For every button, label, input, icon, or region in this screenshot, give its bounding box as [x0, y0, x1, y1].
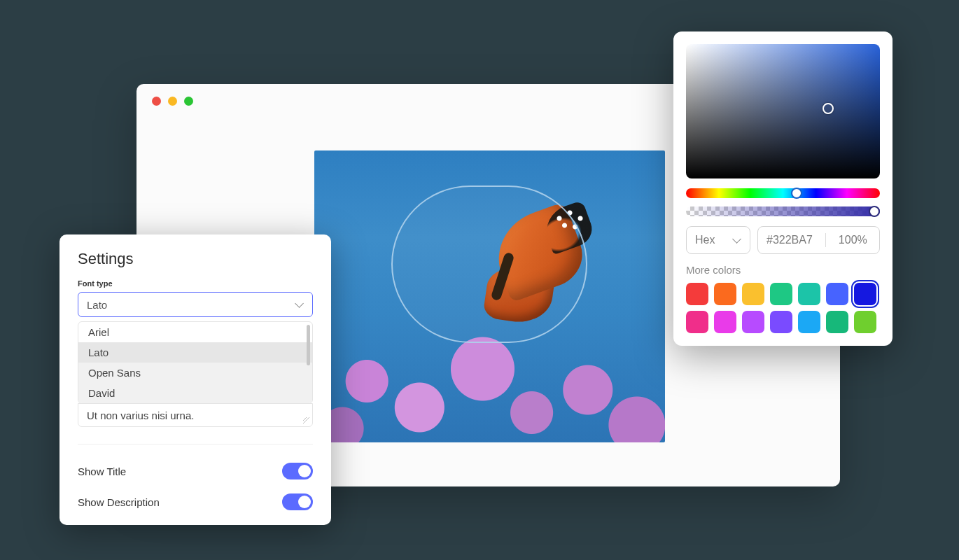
color-swatch[interactable] [826, 311, 848, 333]
toggle-row: Show Title [78, 456, 313, 486]
toggle-label: Show Title [78, 465, 126, 477]
color-swatch[interactable] [714, 283, 736, 305]
scrollbar[interactable] [307, 325, 310, 365]
canvas-image[interactable] [314, 150, 665, 442]
color-swatch[interactable] [770, 283, 792, 305]
more-colors-label: More colors [686, 264, 880, 276]
color-swatch[interactable] [742, 283, 764, 305]
color-swatch[interactable] [714, 311, 736, 333]
minimize-icon[interactable] [168, 97, 177, 106]
settings-panel: Settings Font type Lato Ariel Lato Open … [59, 234, 331, 525]
toggle-label: Show Description [78, 496, 160, 508]
hue-thumb-icon[interactable] [791, 188, 802, 199]
font-option[interactable]: Open Sans [78, 363, 312, 383]
color-swatch[interactable] [826, 283, 848, 305]
color-swatch[interactable] [686, 283, 708, 305]
saturation-box[interactable] [686, 44, 880, 178]
color-swatch[interactable] [686, 311, 708, 333]
maximize-icon[interactable] [184, 97, 193, 106]
toggle-row: Show Description [78, 486, 313, 517]
window-controls [152, 97, 193, 106]
font-option[interactable]: David [78, 383, 312, 403]
color-swatch[interactable] [798, 311, 820, 333]
separator [825, 233, 826, 247]
text-input-value: Ut non varius nisi urna. [87, 410, 194, 421]
color-format-value: Hex [695, 234, 715, 246]
font-select[interactable]: Lato [78, 292, 313, 317]
hex-value: #322BA7 [766, 234, 813, 246]
color-inputs: Hex #322BA7 100% [686, 226, 880, 254]
font-type-label: Font type [78, 279, 313, 288]
font-option[interactable]: Lato [78, 342, 312, 363]
font-select-value: Lato [87, 299, 107, 311]
color-swatch[interactable] [854, 283, 876, 305]
show-title-toggle[interactable] [282, 463, 313, 479]
swatch-grid [686, 283, 880, 333]
opacity-value: 100% [839, 234, 867, 246]
show-description-toggle[interactable] [282, 493, 313, 510]
alpha-slider[interactable] [686, 206, 880, 216]
close-icon[interactable] [152, 97, 161, 106]
chevron-down-icon [295, 300, 304, 309]
resize-handle-icon[interactable] [303, 417, 310, 424]
settings-title: Settings [78, 250, 313, 268]
font-option[interactable]: Ariel [78, 322, 312, 342]
color-swatch[interactable] [742, 311, 764, 333]
color-swatch[interactable] [854, 311, 876, 333]
saturation-cursor-icon[interactable] [822, 103, 834, 114]
hue-slider[interactable] [686, 188, 880, 198]
color-swatch[interactable] [798, 283, 820, 305]
color-value-input[interactable]: #322BA7 100% [757, 226, 880, 254]
alpha-thumb-icon[interactable] [869, 206, 880, 217]
focus-overlay[interactable] [391, 186, 587, 343]
divider [78, 444, 313, 444]
text-input[interactable]: Ut non varius nisi urna. [78, 403, 313, 427]
color-swatch[interactable] [770, 311, 792, 333]
chevron-down-icon [733, 236, 741, 244]
font-dropdown: Ariel Lato Open Sans David [78, 321, 313, 404]
color-format-select[interactable]: Hex [686, 226, 750, 254]
color-picker-panel: Hex #322BA7 100% More colors [673, 31, 892, 346]
